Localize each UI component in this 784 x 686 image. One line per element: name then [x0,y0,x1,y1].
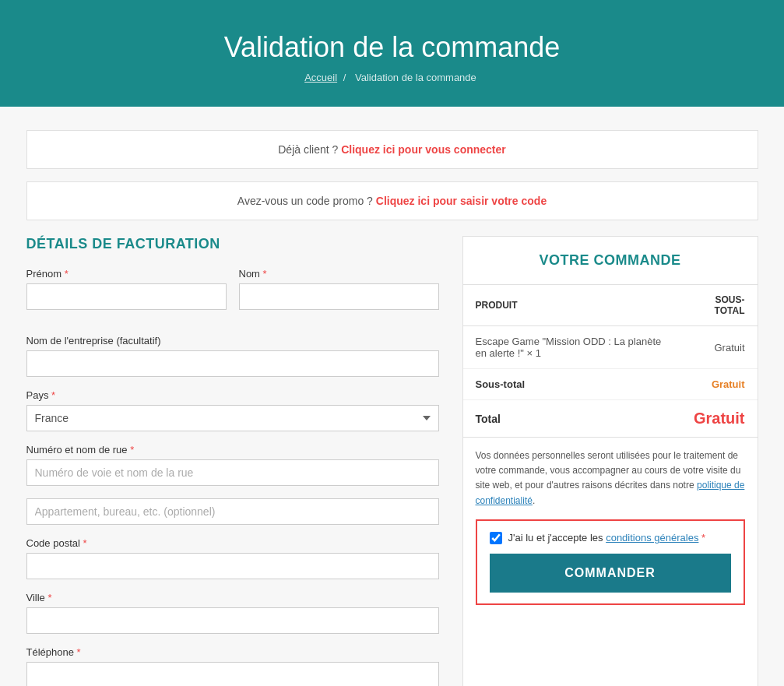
billing-section: DÉTAILS DE FACTURATION Prénom * Nom * No… [26,236,439,686]
page-title: Validation de la commande [16,31,768,64]
prenom-label: Prénom * [26,268,227,280]
page-header: Validation de la commande Accueil / Vali… [0,0,784,107]
product-row: Escape Game "Mission ODD : La planète en… [463,326,758,369]
col-sous-total: SOUS-TOTAL [675,285,757,326]
code-postal-label: Code postal * [26,537,439,549]
total-row: Total Gratuit [463,400,758,438]
nom-label: Nom * [239,268,439,280]
subtotal-row: Sous-total Gratuit [463,369,758,400]
ville-group: Ville * [26,592,439,634]
order-table: PRODUIT SOUS-TOTAL Escape Game "Mission … [463,285,758,437]
terms-checkbox[interactable] [490,532,502,544]
terms-text: J'ai lu et j'accepte les conditions géné… [508,532,706,544]
order-title: VOTRE COMMANDE [463,237,758,285]
apt-group [26,498,439,525]
telephone-label: Téléphone * [26,646,439,658]
breadcrumb-current: Validation de la commande [355,72,476,83]
product-price: Gratuit [675,326,757,369]
nom-input[interactable] [239,283,439,310]
promo-notice-text: Avez-vous un code promo ? [237,195,373,207]
entreprise-label: Nom de l'entreprise (facultatif) [26,335,439,347]
breadcrumb: Accueil / Validation de la commande [16,72,768,83]
total-label: Total [463,400,676,438]
login-notice: Déjà client ? Cliquez ici pour vous conn… [26,130,758,169]
promo-link[interactable]: Cliquez ici pour saisir votre code [376,195,547,207]
pays-label: Pays * [26,389,439,401]
main-content: Déjà client ? Cliquez ici pour vous conn… [11,107,774,686]
name-row: Prénom * Nom * [26,268,439,322]
entreprise-group: Nom de l'entreprise (facultatif) [26,335,439,377]
product-name: Escape Game "Mission ODD : La planète en… [463,326,676,369]
telephone-group: Téléphone * [26,646,439,686]
privacy-notice: Vos données personnelles seront utilisée… [463,437,758,519]
total-value: Gratuit [675,400,757,438]
promo-notice: Avez-vous un code promo ? Cliquez ici po… [26,181,758,220]
breadcrumb-separator: / [343,72,349,83]
order-summary: VOTRE COMMANDE PRODUIT SOUS-TOTAL Escape… [462,236,758,686]
telephone-input[interactable] [26,662,439,686]
code-postal-input[interactable] [26,553,439,579]
commander-button[interactable]: COMMANDER [490,554,731,593]
code-postal-group: Code postal * [26,537,439,579]
billing-title: DÉTAILS DE FACTURATION [26,236,439,252]
entreprise-input[interactable] [26,350,439,377]
checkout-grid: DÉTAILS DE FACTURATION Prénom * Nom * No… [26,236,758,686]
rue-label: Numéro et nom de rue * [26,444,439,456]
terms-link[interactable]: conditions générales [606,532,698,544]
ville-input[interactable] [26,607,439,634]
login-link[interactable]: Cliquez ici pour vous connecter [341,143,506,156]
breadcrumb-home[interactable]: Accueil [304,72,337,83]
subtotal-value: Gratuit [675,369,757,400]
ville-label: Ville * [26,592,439,603]
prenom-group: Prénom * [26,268,227,310]
rue-group: Numéro et nom de rue * [26,444,439,486]
login-notice-text: Déjà client ? [278,143,338,156]
subtotal-label: Sous-total [463,369,676,400]
prenom-input[interactable] [26,283,227,310]
apt-input[interactable] [26,498,439,525]
table-header-row: PRODUIT SOUS-TOTAL [463,285,758,326]
nom-group: Nom * [239,268,439,310]
terms-row: J'ai lu et j'accepte les conditions géné… [490,532,731,544]
pays-group: Pays * France [26,389,439,431]
terms-commander-box: J'ai lu et j'accepte les conditions géné… [476,519,745,605]
pays-select[interactable]: France [26,405,439,431]
col-produit: PRODUIT [463,285,676,326]
rue-input[interactable] [26,459,439,486]
